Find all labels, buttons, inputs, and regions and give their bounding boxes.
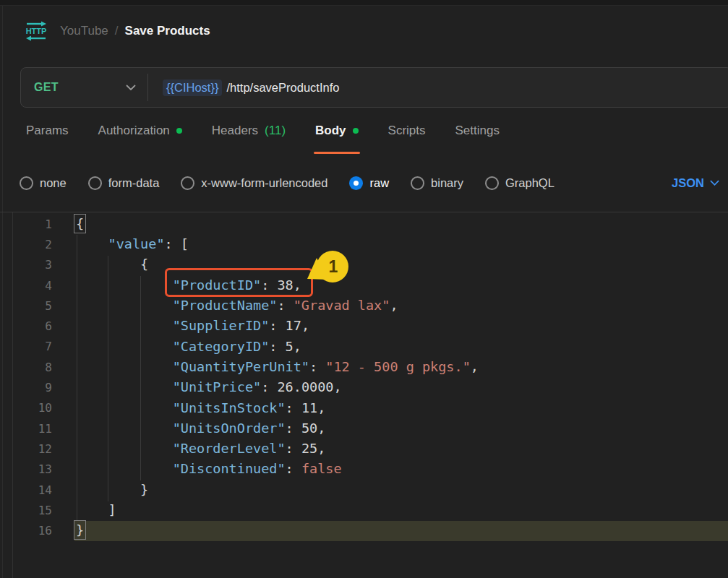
code-line: 3 { [0, 255, 728, 275]
radio-icon [411, 176, 424, 190]
url-path: /http/saveProductInfo [226, 81, 339, 95]
body-type-graphql[interactable]: GraphQL [485, 176, 554, 190]
request-header: HTTP YouTube / Save Products [0, 6, 728, 56]
body-type-raw[interactable]: raw [349, 176, 389, 190]
tab-label: Scripts [388, 124, 426, 138]
code-text[interactable]: "ReorderLevel": 25, [52, 442, 325, 456]
page-title: Save Products [125, 24, 210, 38]
radio-label: GraphQL [505, 176, 554, 190]
code-text[interactable]: "UnitPrice": 26.0000, [52, 381, 342, 394]
code-line: 16} [0, 520, 728, 540]
radio-icon [181, 176, 194, 190]
code-line: 11 "UnitsOnOrder": 50, [0, 418, 728, 439]
line-number: 5 [0, 299, 52, 313]
tab-authorization[interactable]: Authorization [98, 108, 182, 154]
tab-scripts[interactable]: Scripts [388, 108, 426, 154]
tab-headers[interactable]: Headers (11) [212, 108, 286, 154]
chevron-down-icon [710, 180, 719, 186]
http-icon-label: HTTP [26, 27, 47, 35]
line-number: 6 [0, 319, 52, 333]
line-number: 12 [0, 442, 52, 456]
radio-icon [485, 176, 499, 190]
code-line: 9 "UnitPrice": 26.0000, [0, 377, 728, 397]
tab-label: Headers [212, 124, 258, 138]
tab-body[interactable]: Body [315, 108, 359, 154]
body-type-binary[interactable]: binary [411, 176, 463, 190]
line-number: 8 [0, 361, 52, 374]
code-text[interactable]: "QuantityPerUnit": "12 - 500 g pkgs.", [52, 361, 479, 374]
code-text[interactable]: } [52, 524, 84, 538]
radio-icon [20, 176, 33, 190]
tab-label: Body [315, 124, 346, 138]
method-label: GET [34, 81, 59, 94]
code-text[interactable]: { [52, 217, 84, 231]
breadcrumb-collection[interactable]: YouTube [60, 24, 108, 38]
code-line: 7 "CategoryID": 5, [0, 337, 728, 357]
chevron-down-icon [126, 85, 136, 90]
code-line: 13 "Discontinued": false [0, 460, 728, 480]
code-line: 15 ] [0, 500, 728, 520]
language-dropdown[interactable]: JSON [672, 176, 719, 190]
tab-label: Params [26, 124, 69, 138]
radio-selected-icon [349, 176, 363, 190]
body-type-none[interactable]: none [20, 176, 67, 190]
line-number: 4 [0, 279, 52, 293]
code-text[interactable]: { [52, 258, 148, 272]
line-number: 16 [0, 524, 52, 538]
code-line: 14 } [0, 480, 728, 500]
line-number: 13 [0, 462, 52, 476]
line-number: 9 [0, 381, 52, 394]
http-request-icon: HTTP [24, 20, 48, 42]
code-text[interactable]: "UnitsInStock": 11, [52, 402, 325, 415]
code-text[interactable]: ] [52, 504, 116, 517]
tab-params[interactable]: Params [26, 108, 69, 154]
radio-label: form-data [108, 176, 160, 190]
radio-label: none [40, 176, 67, 190]
code-text[interactable]: "value": [ [52, 238, 189, 251]
tab-label: Settings [455, 124, 500, 138]
code-line: 5 "ProductName": "Gravad lax", [0, 296, 728, 316]
line-number: 11 [0, 422, 52, 436]
line-number: 3 [0, 258, 52, 272]
code-text[interactable]: "ProductID": 38, [52, 279, 301, 293]
code-line: 6 "SupplierID": 17, [0, 316, 728, 336]
line-number: 7 [0, 340, 52, 353]
tab-settings[interactable]: Settings [455, 108, 500, 154]
body-type-urlencoded[interactable]: x-www-form-urlencoded [181, 176, 327, 190]
url-input[interactable]: {{CIHost}} /http/saveProductInfo [148, 68, 728, 107]
body-type-row: none form-data x-www-form-urlencoded raw… [0, 154, 728, 212]
line-number: 15 [0, 504, 52, 517]
radio-label: x-www-form-urlencoded [201, 176, 327, 190]
line-number: 14 [0, 483, 52, 497]
language-label: JSON [672, 176, 704, 190]
window-top-strip [0, 0, 728, 6]
code-text[interactable]: "Discontinued": false [52, 462, 342, 476]
status-dot [353, 128, 359, 134]
code-text[interactable]: } [52, 483, 148, 497]
code-line: 1{ [0, 214, 728, 234]
tab-label: Authorization [98, 124, 170, 138]
code-text[interactable]: "UnitsOnOrder": 50, [52, 422, 325, 436]
radio-label: raw [369, 176, 389, 190]
method-dropdown[interactable]: GET [21, 68, 147, 107]
body-type-form-data[interactable]: form-data [88, 176, 160, 190]
request-bar: GET {{CIHost}} /http/saveProductInfo [20, 67, 728, 108]
status-dot [176, 128, 182, 134]
breadcrumb: YouTube / Save Products [60, 24, 210, 38]
code-text[interactable]: "ProductName": "Gravad lax", [52, 299, 398, 313]
code-line: 4 "ProductID": 38, [0, 275, 728, 296]
body-editor[interactable]: 1{2 "value": [3 {4 "ProductID": 38,5 "Pr… [0, 212, 728, 578]
code-line: 10 "UnitsInStock": 11, [0, 398, 728, 418]
radio-icon [88, 176, 102, 190]
radio-label: binary [431, 176, 463, 190]
line-number: 1 [0, 217, 52, 231]
code-line: 8 "QuantityPerUnit": "12 - 500 g pkgs.", [0, 357, 728, 377]
line-number: 2 [0, 238, 52, 251]
code-lines: 1{2 "value": [3 {4 "ProductID": 38,5 "Pr… [0, 214, 728, 541]
code-text[interactable]: "SupplierID": 17, [52, 319, 309, 333]
line-number: 10 [0, 401, 52, 415]
code-line: 2 "value": [ [0, 234, 728, 254]
request-tabs: Params Authorization Headers (11) Body S… [0, 108, 728, 154]
code-text[interactable]: "CategoryID": 5, [52, 340, 301, 354]
url-variable-chip[interactable]: {{CIHost}} [163, 79, 222, 96]
